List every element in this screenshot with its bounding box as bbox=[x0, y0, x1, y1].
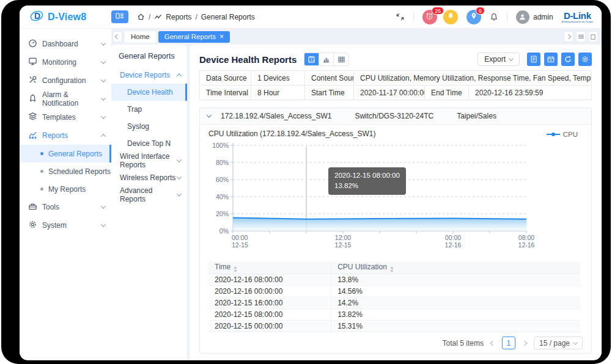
gear-icon bbox=[28, 220, 37, 231]
cell-time: 2020-12-15 00:00:00 bbox=[208, 321, 331, 332]
top-header: D D-View8 / Reports / General Reports bbox=[20, 5, 602, 29]
location-count-badge: 6 bbox=[476, 7, 485, 15]
legend-line-icon bbox=[547, 132, 560, 137]
reports-icon bbox=[154, 13, 162, 21]
table-row[interactable]: 2020-12-16 00:00:0014.56% bbox=[208, 286, 580, 297]
table-row[interactable]: 2020-12-15 08:00:0013.82% bbox=[208, 309, 580, 321]
export-button[interactable]: Export bbox=[477, 53, 520, 66]
tab-label: Home bbox=[131, 33, 150, 40]
app-title: D-View8 bbox=[48, 12, 86, 23]
nav-item-trap[interactable]: Trap bbox=[111, 101, 187, 118]
refresh-button[interactable] bbox=[561, 53, 575, 66]
sidebar-item-configuration[interactable]: Configuration bbox=[20, 71, 111, 90]
nav-item-syslog[interactable]: Syslog bbox=[111, 118, 187, 135]
sidebar-item-alarm-notification[interactable]: Alarm & Notification bbox=[20, 90, 111, 108]
chevron-down-icon bbox=[573, 340, 578, 344]
column-header-time[interactable]: Time bbox=[208, 261, 331, 274]
user-menu[interactable]: admin bbox=[516, 10, 553, 24]
chart-plot-area[interactable]: 0%20%40%60%80%100%00:0012-1512:0012-1500… bbox=[208, 139, 583, 256]
sidebar-item-my-reports[interactable]: My Reports bbox=[20, 180, 111, 198]
export-label: Export bbox=[484, 55, 506, 64]
settings-button[interactable] bbox=[578, 53, 592, 66]
sidebar-label: Monitoring bbox=[42, 58, 76, 67]
view-table-button[interactable] bbox=[334, 53, 348, 65]
cpu-utilization-chart: CPU Utilization (172.18.192.4/Sales_Acce… bbox=[208, 129, 583, 259]
nav-group-wired-interface-reports[interactable]: Wired Interface Reports bbox=[111, 152, 187, 169]
page-size-select[interactable]: 15 / page bbox=[534, 337, 583, 349]
summary-row: Data Source 1 Devices Content Source CPU… bbox=[200, 71, 592, 86]
tab-list-button[interactable] bbox=[576, 31, 586, 42]
nav-group-label: Wireless Reports bbox=[120, 173, 175, 182]
svg-text:00:00: 00:00 bbox=[445, 234, 461, 241]
cell-cpu: 15.31% bbox=[331, 321, 580, 332]
gear-icon bbox=[581, 56, 589, 63]
sidebar-item-monitoring[interactable]: Monitoring bbox=[20, 53, 111, 71]
breadcrumb-reports[interactable]: Reports bbox=[166, 13, 191, 21]
tab-home[interactable]: Home bbox=[125, 31, 156, 43]
table-row[interactable]: 2020-12-16 08:00:0013.8% bbox=[208, 274, 580, 286]
nav-group-advanced-reports[interactable]: Advanced Reports bbox=[111, 186, 187, 203]
report-file-button[interactable] bbox=[527, 53, 540, 66]
nav-group-device-reports[interactable]: Device Reports bbox=[111, 67, 187, 84]
tab-close-icon[interactable] bbox=[219, 33, 224, 40]
tab-scroll-right-button[interactable] bbox=[564, 31, 573, 42]
tab-window-button[interactable] bbox=[588, 31, 598, 42]
summary-label: Time Interval bbox=[200, 86, 251, 100]
tab-scroll-left-button[interactable] bbox=[112, 31, 122, 42]
nav-item-device-health[interactable]: Device Health bbox=[111, 84, 187, 101]
nav-group-wireless-reports[interactable]: Wireless Reports bbox=[111, 169, 187, 186]
nav-item-device-top-n[interactable]: Device Top N bbox=[111, 135, 187, 152]
svg-text:12-16: 12-16 bbox=[518, 241, 535, 249]
svg-text:0%: 0% bbox=[219, 227, 229, 235]
location-notification-button[interactable]: 6 bbox=[466, 10, 481, 24]
sidebar-label: Reports bbox=[42, 131, 68, 140]
table-row[interactable]: 2020-12-15 00:00:0015.31% bbox=[208, 321, 580, 332]
sidebar-item-scheduled-reports[interactable]: Scheduled Reports bbox=[20, 162, 111, 180]
sidebar-label: My Reports bbox=[48, 185, 86, 194]
sidebar-label: Dashboard bbox=[42, 40, 78, 48]
user-avatar bbox=[516, 10, 529, 24]
sidebar-item-general-reports[interactable]: General Reports bbox=[20, 145, 111, 162]
app-window: D D-View8 / Reports / General Reports bbox=[20, 5, 602, 360]
sort-icon[interactable] bbox=[234, 266, 237, 272]
summary-row: Time Interval 8 Hour Start Time 2020-11-… bbox=[200, 86, 592, 100]
table-row[interactable]: 2020-12-15 16:00:0014.2% bbox=[208, 297, 580, 309]
device-panel-header[interactable]: 172.18.192.4/Sales_Access_SW1 Switch/DGS… bbox=[200, 108, 591, 125]
sort-icon[interactable] bbox=[390, 266, 394, 272]
monitoring-icon bbox=[28, 57, 37, 68]
cell-cpu: 14.56% bbox=[331, 286, 580, 297]
home-icon[interactable] bbox=[137, 13, 145, 21]
schedule-button[interactable] bbox=[544, 53, 558, 66]
fullscreen-icon[interactable] bbox=[396, 12, 405, 21]
notification-bell-icon[interactable] bbox=[490, 13, 498, 21]
sidebar-item-system[interactable]: System bbox=[20, 216, 111, 235]
chevron-down-icon bbox=[177, 191, 182, 196]
nav-item-label: Syslog bbox=[127, 122, 149, 131]
sidebar-item-reports[interactable]: Reports bbox=[20, 126, 111, 145]
alarm-count-badge: 26 bbox=[432, 7, 444, 15]
page-number-button[interactable]: 1 bbox=[502, 337, 515, 349]
alarm-notification-button[interactable]: 26 bbox=[422, 10, 437, 24]
chart-legend[interactable]: CPU bbox=[547, 131, 578, 138]
divider bbox=[507, 12, 507, 22]
next-page-button[interactable] bbox=[522, 340, 528, 346]
sidebar-item-dashboard[interactable]: Dashboard bbox=[20, 35, 111, 53]
sidebar-item-tools[interactable]: Tools bbox=[20, 198, 111, 216]
sidebar-item-templates[interactable]: Templates bbox=[20, 108, 111, 126]
tab-general-reports[interactable]: General Reports bbox=[158, 31, 230, 43]
event-notification-button[interactable] bbox=[443, 10, 458, 24]
window-icon bbox=[591, 34, 595, 40]
chevron-up-icon bbox=[101, 134, 106, 139]
sidebar-collapse-button[interactable] bbox=[111, 10, 128, 23]
svg-text:00:00: 00:00 bbox=[232, 234, 248, 241]
summary-value: 2020-12-16 23:59:59 bbox=[469, 86, 592, 100]
device-panel-body: CPU Utilization (172.18.192.4/Sales_Acce… bbox=[200, 125, 591, 353]
view-chart-button[interactable] bbox=[319, 53, 334, 65]
nav-group-label: Advanced Reports bbox=[120, 186, 177, 203]
app-logo[interactable]: D D-View8 bbox=[20, 9, 111, 25]
header-actions: 26 6 admin bbox=[396, 10, 602, 24]
previous-page-button[interactable] bbox=[490, 340, 496, 346]
column-header-cpu[interactable]: CPU Utilization bbox=[331, 261, 580, 274]
tab-label: General Reports bbox=[164, 33, 216, 40]
view-report-button[interactable] bbox=[304, 53, 319, 65]
